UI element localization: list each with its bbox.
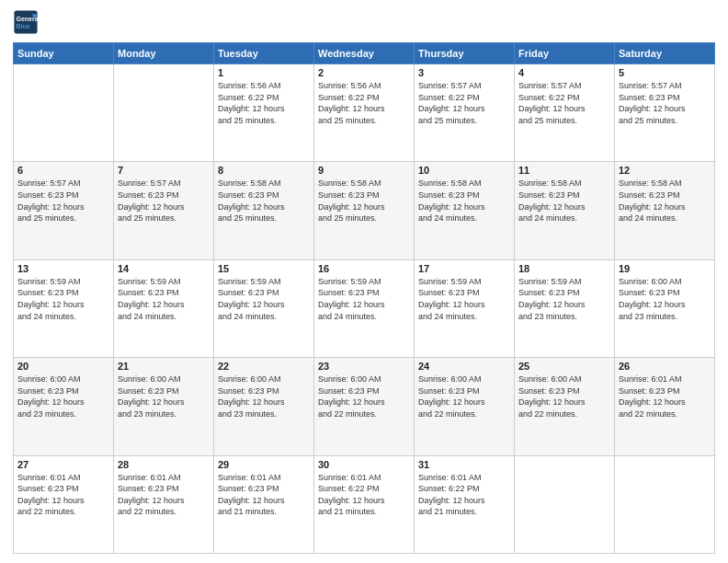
day-info: Sunrise: 6:01 AM Sunset: 6:22 PM Dayligh…: [318, 472, 410, 518]
calendar-cell: 2Sunrise: 5:56 AM Sunset: 6:22 PM Daylig…: [314, 64, 415, 162]
calendar-cell: 29Sunrise: 6:01 AM Sunset: 6:23 PM Dayli…: [214, 455, 314, 553]
day-info: Sunrise: 6:00 AM Sunset: 6:23 PM Dayligh…: [218, 373, 310, 419]
day-info: Sunrise: 5:59 AM Sunset: 6:23 PM Dayligh…: [17, 276, 109, 322]
day-number: 9: [318, 165, 410, 176]
calendar-cell: [14, 64, 114, 162]
weekday-saturday: Saturday: [615, 43, 715, 64]
day-number: 21: [118, 361, 210, 372]
calendar-week-4: 27Sunrise: 6:01 AM Sunset: 6:23 PM Dayli…: [14, 455, 715, 553]
calendar-cell: 22Sunrise: 6:00 AM Sunset: 6:23 PM Dayli…: [214, 358, 314, 455]
day-number: 15: [218, 263, 310, 274]
calendar-cell: [515, 455, 615, 553]
calendar-cell: 3Sunrise: 5:57 AM Sunset: 6:22 PM Daylig…: [415, 64, 515, 162]
calendar-cell: 19Sunrise: 6:00 AM Sunset: 6:23 PM Dayli…: [615, 259, 715, 357]
weekday-tuesday: Tuesday: [214, 43, 314, 64]
day-number: 14: [118, 263, 210, 274]
day-info: Sunrise: 5:58 AM Sunset: 6:23 PM Dayligh…: [518, 178, 610, 224]
day-info: Sunrise: 5:57 AM Sunset: 6:23 PM Dayligh…: [619, 80, 711, 126]
calendar-cell: 31Sunrise: 6:01 AM Sunset: 6:22 PM Dayli…: [415, 455, 515, 553]
day-info: Sunrise: 5:56 AM Sunset: 6:22 PM Dayligh…: [318, 80, 410, 126]
day-number: 3: [418, 67, 510, 78]
weekday-friday: Friday: [515, 43, 615, 64]
day-info: Sunrise: 6:01 AM Sunset: 6:23 PM Dayligh…: [118, 472, 210, 518]
calendar-week-1: 6Sunrise: 5:57 AM Sunset: 6:23 PM Daylig…: [14, 162, 715, 259]
svg-rect-0: [14, 10, 37, 33]
calendar-cell: 21Sunrise: 6:00 AM Sunset: 6:23 PM Dayli…: [114, 358, 214, 455]
day-number: 7: [118, 165, 210, 176]
weekday-monday: Monday: [114, 43, 214, 64]
day-number: 27: [17, 459, 109, 470]
day-number: 1: [218, 67, 310, 78]
calendar-cell: 13Sunrise: 5:59 AM Sunset: 6:23 PM Dayli…: [14, 259, 114, 357]
calendar-cell: 12Sunrise: 5:58 AM Sunset: 6:23 PM Dayli…: [615, 162, 715, 259]
calendar-cell: 27Sunrise: 6:01 AM Sunset: 6:23 PM Dayli…: [14, 455, 114, 553]
weekday-wednesday: Wednesday: [314, 43, 415, 64]
day-info: Sunrise: 6:00 AM Sunset: 6:23 PM Dayligh…: [518, 373, 610, 419]
day-number: 25: [518, 361, 610, 372]
day-info: Sunrise: 5:57 AM Sunset: 6:22 PM Dayligh…: [418, 80, 510, 126]
day-info: Sunrise: 6:01 AM Sunset: 6:22 PM Dayligh…: [418, 472, 510, 518]
calendar-cell: [114, 64, 214, 162]
day-number: 18: [518, 263, 610, 274]
weekday-sunday: Sunday: [14, 43, 114, 64]
calendar-cell: [615, 455, 715, 553]
page: General Blue SundayMondayTuesdayWednesda…: [0, 0, 728, 563]
day-info: Sunrise: 6:01 AM Sunset: 6:23 PM Dayligh…: [218, 472, 310, 518]
calendar-cell: 6Sunrise: 5:57 AM Sunset: 6:23 PM Daylig…: [14, 162, 114, 259]
day-number: 4: [518, 67, 610, 78]
day-number: 22: [218, 361, 310, 372]
calendar-cell: 11Sunrise: 5:58 AM Sunset: 6:23 PM Dayli…: [515, 162, 615, 259]
calendar-cell: 20Sunrise: 6:00 AM Sunset: 6:23 PM Dayli…: [14, 358, 114, 455]
day-number: 11: [518, 165, 610, 176]
day-number: 26: [619, 361, 711, 372]
calendar-cell: 7Sunrise: 5:57 AM Sunset: 6:23 PM Daylig…: [114, 162, 214, 259]
calendar-cell: 4Sunrise: 5:57 AM Sunset: 6:22 PM Daylig…: [515, 64, 615, 162]
weekday-thursday: Thursday: [415, 43, 515, 64]
day-number: 16: [318, 263, 410, 274]
day-info: Sunrise: 6:00 AM Sunset: 6:23 PM Dayligh…: [418, 373, 510, 419]
day-info: Sunrise: 6:00 AM Sunset: 6:23 PM Dayligh…: [118, 373, 210, 419]
day-info: Sunrise: 5:59 AM Sunset: 6:23 PM Dayligh…: [218, 276, 310, 322]
day-info: Sunrise: 6:00 AM Sunset: 6:23 PM Dayligh…: [318, 373, 410, 419]
calendar-cell: 10Sunrise: 5:58 AM Sunset: 6:23 PM Dayli…: [415, 162, 515, 259]
day-info: Sunrise: 5:59 AM Sunset: 6:23 PM Dayligh…: [118, 276, 210, 322]
day-info: Sunrise: 6:01 AM Sunset: 6:23 PM Dayligh…: [619, 373, 711, 419]
day-number: 28: [118, 459, 210, 470]
day-number: 30: [318, 459, 410, 470]
day-number: 8: [218, 165, 310, 176]
calendar-cell: 25Sunrise: 6:00 AM Sunset: 6:23 PM Dayli…: [515, 358, 615, 455]
day-number: 20: [17, 361, 109, 372]
svg-text:Blue: Blue: [17, 23, 30, 29]
day-info: Sunrise: 6:00 AM Sunset: 6:23 PM Dayligh…: [17, 373, 109, 419]
calendar-cell: 1Sunrise: 5:56 AM Sunset: 6:22 PM Daylig…: [214, 64, 314, 162]
day-info: Sunrise: 5:58 AM Sunset: 6:23 PM Dayligh…: [619, 178, 711, 224]
calendar-week-2: 13Sunrise: 5:59 AM Sunset: 6:23 PM Dayli…: [14, 259, 715, 357]
day-number: 29: [218, 459, 310, 470]
logo-icon: General Blue: [13, 9, 39, 35]
day-number: 23: [318, 361, 410, 372]
day-number: 6: [17, 165, 109, 176]
day-info: Sunrise: 5:57 AM Sunset: 6:23 PM Dayligh…: [118, 178, 210, 224]
calendar-week-3: 20Sunrise: 6:00 AM Sunset: 6:23 PM Dayli…: [14, 358, 715, 455]
day-number: 31: [418, 459, 510, 470]
day-info: Sunrise: 5:59 AM Sunset: 6:23 PM Dayligh…: [318, 276, 410, 322]
weekday-header-row: SundayMondayTuesdayWednesdayThursdayFrid…: [14, 43, 715, 64]
calendar-cell: 5Sunrise: 5:57 AM Sunset: 6:23 PM Daylig…: [615, 64, 715, 162]
calendar-table: SundayMondayTuesdayWednesdayThursdayFrid…: [13, 42, 715, 554]
calendar-cell: 15Sunrise: 5:59 AM Sunset: 6:23 PM Dayli…: [214, 259, 314, 357]
calendar-cell: 26Sunrise: 6:01 AM Sunset: 6:23 PM Dayli…: [615, 358, 715, 455]
calendar-cell: 16Sunrise: 5:59 AM Sunset: 6:23 PM Dayli…: [314, 259, 415, 357]
day-info: Sunrise: 6:01 AM Sunset: 6:23 PM Dayligh…: [17, 472, 109, 518]
calendar-week-0: 1Sunrise: 5:56 AM Sunset: 6:22 PM Daylig…: [14, 64, 715, 162]
calendar-cell: 28Sunrise: 6:01 AM Sunset: 6:23 PM Dayli…: [114, 455, 214, 553]
logo: General Blue: [13, 9, 39, 35]
day-info: Sunrise: 6:00 AM Sunset: 6:23 PM Dayligh…: [619, 276, 711, 322]
day-number: 13: [17, 263, 109, 274]
calendar-cell: 18Sunrise: 5:59 AM Sunset: 6:23 PM Dayli…: [515, 259, 615, 357]
day-number: 10: [418, 165, 510, 176]
calendar-cell: 14Sunrise: 5:59 AM Sunset: 6:23 PM Dayli…: [114, 259, 214, 357]
day-number: 24: [418, 361, 510, 372]
day-number: 17: [418, 263, 510, 274]
calendar-cell: 9Sunrise: 5:58 AM Sunset: 6:23 PM Daylig…: [314, 162, 415, 259]
day-number: 5: [619, 67, 711, 78]
